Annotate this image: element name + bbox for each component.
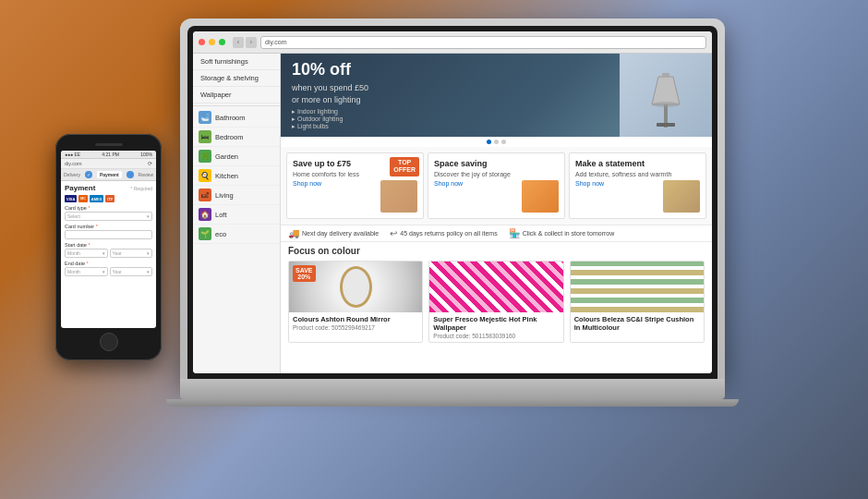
sidebar-item-storage-shelving[interactable]: Storage & shelving [193, 70, 280, 87]
returns-text: 45 days returns policy on all items [400, 230, 497, 237]
kitchen-label: Kitchen [215, 172, 238, 180]
payment-step-label: Payment [100, 172, 119, 177]
promo-statement-title: Make a statement [575, 159, 700, 168]
forward-button[interactable]: › [246, 37, 257, 48]
sidebar-item-living[interactable]: 🛋 Living [193, 186, 280, 205]
phone-home-button[interactable] [100, 333, 118, 351]
address-bar[interactable]: diy.com [260, 36, 706, 49]
service-returns: ↩ 45 days returns policy on all items [390, 228, 497, 238]
sidebar-item-bathroom[interactable]: 🛁 Bathroom [193, 108, 280, 128]
garden-icon: 🌿 [199, 150, 211, 163]
laptop-base [180, 379, 725, 399]
mirror-name: Colours Ashton Round Mirror [293, 315, 418, 323]
eco-icon: 🌱 [199, 227, 211, 240]
phone-screen: ●●● EE 4:21 PM 100% diy.com ⟳ Delivery ✓… [61, 151, 156, 328]
sidebar: Soft furnishings Storage & shelving Wall… [193, 54, 281, 373]
bathroom-label: Bathroom [215, 114, 246, 122]
payment-step-dot: ✓ [85, 171, 92, 178]
hero-bullet-2: Outdoor lighting [292, 116, 609, 123]
laptop-screen-bezel: ‹ › diy.com Soft furnishings Storage & s… [187, 26, 717, 379]
start-year-placeholder: Year [113, 250, 122, 256]
sidebar-item-eco[interactable]: 🌱 eco [193, 225, 280, 244]
address-bar-text: diy.com [265, 39, 287, 45]
card-type-placeholder: Select [67, 213, 80, 219]
wallpaper-code: Product code: 5011583039160 [433, 333, 559, 339]
card-number-input[interactable] [65, 230, 152, 239]
promo-save-link[interactable]: Shop now [293, 180, 321, 187]
browser-chrome: ‹ › diy.com [193, 31, 712, 54]
delivery-step-label: Delivery [64, 172, 80, 177]
loft-icon: 🏠 [199, 208, 211, 221]
maximize-button[interactable] [219, 39, 225, 45]
bedroom-label: Bedroom [215, 133, 243, 141]
end-month-placeholder: Month [67, 269, 80, 274]
hero-title: 10% off [292, 60, 609, 80]
hero-image [620, 54, 712, 137]
hero-bullet-1: Indoor lighting [292, 108, 609, 116]
step-payment-active: Payment [97, 171, 122, 178]
end-month-select[interactable]: Month ▾ [65, 267, 108, 276]
dot-1 [487, 140, 491, 144]
product-card-wallpaper: Super Fresco Mejestic Hot Pink Wallpaper… [428, 261, 563, 343]
back-button[interactable]: ‹ [233, 37, 244, 48]
promo-statement-link[interactable]: Shop now [575, 180, 604, 187]
promo-space-image [522, 180, 559, 213]
required-note: * Required [130, 186, 152, 191]
product-card-cushion: Colours Beleza SC&I Stripe Cushion In Mu… [570, 261, 705, 343]
end-year-select[interactable]: Year ▾ [110, 267, 153, 276]
living-icon: 🛋 [199, 189, 211, 201]
services-row: 🚚 Next day delivery available ↩ 45 days … [281, 225, 712, 242]
sidebar-item-loft[interactable]: 🏠 Loft [193, 205, 280, 225]
sidebar-item-wallpaper[interactable]: Wallpaper [193, 87, 280, 103]
svg-rect-3 [662, 73, 669, 78]
eco-label: eco [215, 230, 226, 238]
banner-dots [281, 137, 712, 147]
step-delivery[interactable]: Delivery [64, 172, 80, 177]
step-review[interactable]: Review [139, 172, 153, 177]
start-date-row: Month ▾ Year ▾ [65, 249, 152, 258]
phone-refresh-icon[interactable]: ⟳ [148, 161, 152, 166]
amex-logo: AMEX [90, 195, 104, 202]
sidebar-item-soft-furnishings[interactable]: Soft furnishings [193, 54, 280, 70]
start-month-select[interactable]: Month ▾ [65, 249, 108, 258]
promo-save-image [380, 180, 417, 213]
chevron-down-icon: ▾ [147, 213, 150, 219]
phone-body: ●●● EE 4:21 PM 100% diy.com ⟳ Delivery ✓… [55, 134, 162, 360]
start-year-select[interactable]: Year ▾ [110, 249, 153, 258]
phone-payment-form: Payment * Required VISA MC AMEX ITF Card… [61, 181, 156, 328]
laptop-foot [166, 399, 739, 407]
phone-speaker [95, 143, 123, 146]
collect-icon: 🏪 [509, 228, 520, 238]
promo-card-statement: Make a statement Add texture, softness a… [569, 152, 706, 219]
sidebar-item-kitchen[interactable]: 🍳 Kitchen [193, 166, 280, 186]
hero-on-text: or more on lighting [292, 95, 609, 104]
end-year-placeholder: Year [113, 269, 122, 274]
promo-card-save: Save up to £75 TOPOFFER Home comforts fo… [286, 152, 424, 219]
sidebar-item-bedroom[interactable]: 🛏 Bedroom [193, 128, 280, 147]
svg-marker-2 [652, 77, 680, 104]
card-type-select[interactable]: Select ▾ [65, 212, 152, 221]
phone: ●●● EE 4:21 PM 100% diy.com ⟳ Delivery ✓… [55, 134, 162, 360]
phone-address-bar[interactable]: diy.com ⟳ [61, 159, 156, 169]
returns-icon: ↩ [390, 228, 397, 238]
living-label: Living [215, 191, 234, 200]
svg-rect-1 [657, 123, 675, 127]
laptop-screen: ‹ › diy.com Soft furnishings Storage & s… [193, 31, 712, 373]
bedroom-icon: 🛏 [199, 130, 211, 143]
minimize-button[interactable] [209, 39, 215, 45]
laptop: ‹ › diy.com Soft furnishings Storage & s… [180, 18, 725, 407]
phone-address-text: diy.com [65, 161, 82, 166]
promo-space-link[interactable]: Shop now [434, 180, 463, 187]
close-button[interactable] [199, 39, 205, 45]
cushion-image [571, 262, 704, 312]
svg-point-4 [652, 102, 680, 107]
review-step-label: Review [139, 172, 153, 177]
delivery-text: Next day delivery available [302, 230, 379, 237]
mirror-image: SAVE20% [289, 262, 422, 312]
phone-battery: 100% [140, 152, 152, 157]
promo-card-space: Space saving Discover the joy of storage… [428, 152, 565, 219]
sidebar-item-garden[interactable]: 🌿 Garden [193, 147, 280, 166]
chevron-down-icon-4: ▾ [102, 269, 105, 274]
sidebar-divider [193, 105, 280, 106]
collect-text: Click & collect in store tomorrow [523, 230, 615, 237]
